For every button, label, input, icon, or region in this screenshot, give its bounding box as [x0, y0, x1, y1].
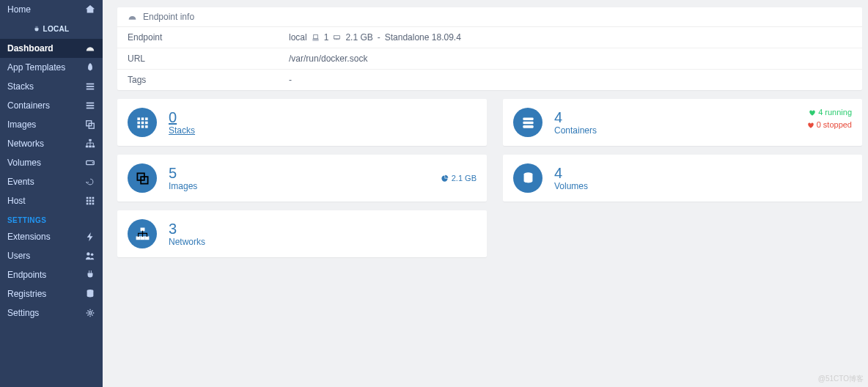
url-row: URL /var/run/docker.sock [117, 48, 862, 70]
endpoint-info-header: Endpoint info [117, 7, 862, 27]
url-value: /var/run/docker.sock [289, 54, 852, 64]
th-list-icon [136, 116, 150, 130]
sidebar-item-stacks[interactable]: Stacks [0, 77, 103, 96]
endpoint-info-card: Endpoint info Endpoint local 1 2.1 GB - … [117, 7, 862, 90]
tile-networks[interactable]: 3 Networks [117, 210, 487, 257]
stopped-text: 0 stopped [817, 120, 852, 129]
tile-images[interactable]: 5 Images 2.1 GB [117, 155, 487, 202]
sidebar-item-label: Dashboard [7, 43, 54, 54]
heartbeat-icon [807, 122, 814, 129]
home-icon [85, 4, 95, 15]
containers-label: Containers [554, 125, 597, 136]
sitemap-icon [85, 139, 95, 149]
images-icon-circle [128, 163, 157, 193]
sidebar-item-settings[interactable]: Settings [0, 303, 103, 322]
hdd-icon [85, 158, 95, 168]
tile-volumes[interactable]: 4 Volumes [503, 155, 862, 202]
tags-value: - [289, 75, 852, 85]
images-size: 2.1 GB [441, 174, 477, 183]
sidebar-item-label: Host [7, 196, 26, 206]
endpoint-label: Endpoint [128, 32, 289, 43]
sidebar-env-label: LOCAL [43, 25, 70, 33]
containers-status: 4 running 0 stopped [807, 106, 852, 130]
tags-label: Tags [128, 75, 289, 85]
watermark: @51CTO博客 [818, 374, 864, 384]
stacks-count: 0 [169, 110, 195, 125]
history-icon [85, 177, 95, 187]
list-icon [85, 100, 95, 111]
running-badge: 4 running [807, 106, 852, 119]
dash: - [378, 32, 380, 43]
sidebar-item-label: Extensions [7, 232, 51, 242]
sidebar-item-label: Events [7, 177, 34, 187]
bolt-icon [85, 232, 95, 242]
cogs-icon [85, 308, 95, 318]
tile-containers[interactable]: 4 Containers 4 running 0 stopped [503, 99, 862, 146]
sidebar-item-label: Containers [7, 100, 50, 111]
tile-stacks[interactable]: 0 Stacks [117, 99, 487, 146]
ram-size: 2.1 GB [345, 32, 372, 43]
stacks-icon-circle [128, 108, 157, 137]
volumes-label: Volumes [554, 181, 588, 191]
database-icon [85, 289, 95, 299]
containers-count: 4 [554, 110, 597, 125]
sidebar-item-extensions[interactable]: Extensions [0, 227, 103, 246]
tachometer-icon [85, 43, 95, 54]
endpoint-mode: Standalone 18.09.4 [385, 32, 461, 43]
sidebar-item-label: Networks [7, 139, 44, 149]
volumes-count: 4 [554, 166, 588, 180]
url-label: URL [128, 54, 289, 64]
sidebar-item-host[interactable]: Host [0, 191, 103, 210]
images-size-value: 2.1 GB [452, 174, 477, 183]
sidebar-item-endpoints[interactable]: Endpoints [0, 265, 103, 284]
sidebar-item-label: Endpoints [7, 270, 46, 280]
sidebar-item-containers[interactable]: Containers [0, 96, 103, 115]
heartbeat-icon [809, 109, 816, 117]
sidebar-item-label: Settings [7, 308, 39, 318]
cpu-count: 1 [324, 32, 329, 43]
stacks-label: Stacks [169, 125, 195, 136]
sidebar-item-label: Users [7, 251, 30, 261]
microchip-icon [312, 34, 320, 42]
clone-icon [136, 172, 150, 185]
sidebar-item-app-templates[interactable]: App Templates [0, 58, 103, 77]
running-text: 4 running [818, 108, 852, 117]
th-icon [85, 196, 95, 206]
volumes-icon-circle [513, 163, 542, 193]
main-content: Endpoint info Endpoint local 1 2.1 GB - … [103, 0, 868, 387]
clone-icon [85, 119, 95, 130]
sidebar-home-label: Home [7, 4, 31, 15]
sidebar-settings-header: SETTINGS [0, 210, 103, 227]
sidebar-item-registries[interactable]: Registries [0, 284, 103, 303]
sitemap-icon [136, 227, 150, 241]
rocket-icon [85, 62, 95, 73]
sidebar-item-label: Registries [7, 289, 46, 299]
sidebar-item-networks[interactable]: Networks [0, 134, 103, 153]
tags-row: Tags - [117, 70, 862, 90]
networks-count: 3 [169, 221, 205, 236]
sidebar-item-events[interactable]: Events [0, 172, 103, 191]
pie-chart-icon [441, 174, 449, 183]
sidebar-item-label: App Templates [7, 62, 65, 73]
users-icon [85, 251, 95, 261]
memory-icon [333, 34, 341, 42]
sidebar-item-dashboard[interactable]: Dashboard [0, 39, 103, 58]
networks-icon-circle [128, 219, 157, 248]
sidebar-item-images[interactable]: Images [0, 115, 103, 134]
plug-icon [33, 26, 40, 33]
sidebar: Home LOCAL Dashboard App Templates Stack… [0, 0, 103, 387]
endpoint-info-title: Endpoint info [143, 12, 194, 22]
endpoint-row: Endpoint local 1 2.1 GB - Standalone 18.… [117, 27, 862, 48]
sidebar-home[interactable]: Home [0, 0, 103, 19]
sidebar-item-volumes[interactable]: Volumes [0, 153, 103, 172]
server-icon [521, 116, 535, 130]
sidebar-item-users[interactable]: Users [0, 246, 103, 265]
images-label: Images [169, 181, 197, 191]
dashboard-tiles: 0 Stacks 5 Images 2.1 GB 3 Ne [117, 99, 862, 257]
endpoint-name: local [289, 32, 307, 43]
list-icon [85, 81, 95, 92]
tachometer-icon [128, 12, 137, 22]
sidebar-env[interactable]: LOCAL [0, 19, 103, 39]
plug-icon [85, 270, 95, 280]
database-icon [521, 172, 535, 185]
